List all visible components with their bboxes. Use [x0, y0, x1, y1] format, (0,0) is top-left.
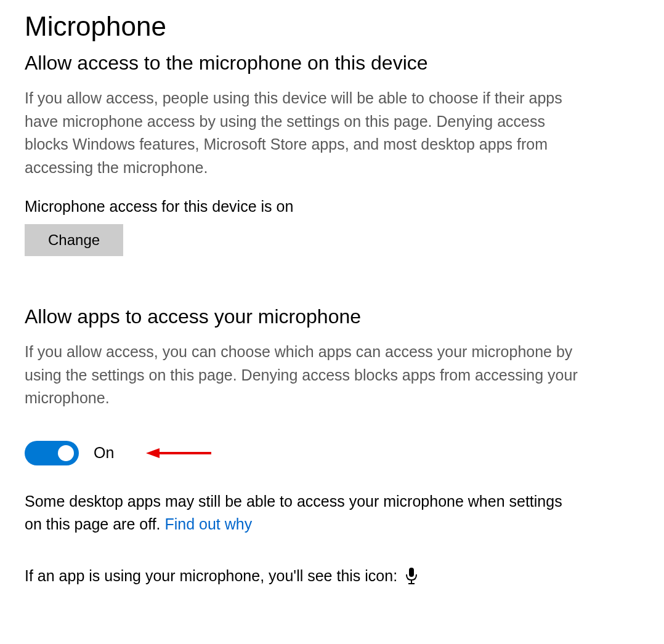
toggle-knob	[58, 445, 74, 461]
section-heading-device-access: Allow access to the microphone on this d…	[25, 52, 639, 74]
arrow-annotation-icon	[145, 445, 213, 462]
app-access-description: If you allow access, you can choose whic…	[25, 340, 579, 410]
device-access-description: If you allow access, people using this d…	[25, 87, 579, 179]
svg-rect-2	[409, 568, 414, 577]
find-out-why-link[interactable]: Find out why	[164, 515, 252, 533]
desktop-apps-note: Some desktop apps may still be able to a…	[25, 490, 579, 536]
toggle-label: On	[94, 444, 114, 462]
page-title: Microphone	[25, 11, 639, 42]
svg-marker-1	[146, 448, 160, 458]
mic-indicator-text: If an app is using your microphone, you'…	[25, 567, 397, 585]
device-access-status: Microphone access for this device is on	[25, 198, 639, 215]
section-heading-app-access: Allow apps to access your microphone	[25, 305, 639, 328]
app-access-toggle[interactable]	[25, 441, 79, 465]
change-button[interactable]: Change	[25, 224, 123, 256]
note-text-before: Some desktop apps may still be able to a…	[25, 493, 562, 533]
microphone-icon	[405, 567, 418, 586]
toggle-row: On	[25, 441, 639, 465]
mic-indicator-text-row: If an app is using your microphone, you'…	[25, 567, 639, 586]
